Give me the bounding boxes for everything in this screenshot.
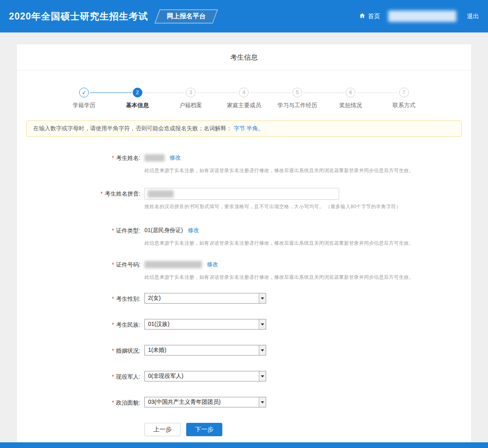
required-asterisk: *	[112, 399, 114, 406]
required-asterisk: *	[101, 190, 103, 197]
name-pinyin-input[interactable]	[144, 188, 339, 200]
step-basic-info[interactable]: 2 基本信息	[111, 88, 164, 109]
platform-badge: 网上报名平台	[155, 9, 218, 24]
required-asterisk: *	[112, 347, 114, 354]
step-circle: 5	[292, 88, 302, 97]
platform-badge-label: 网上报名平台	[167, 12, 206, 21]
name-pinyin-value-redacted	[148, 190, 174, 198]
modify-name-link[interactable]: 修改	[170, 154, 181, 162]
form-buttons: 上一步 下一步	[144, 423, 471, 442]
step-connector	[250, 93, 291, 93]
step-connector	[303, 93, 344, 93]
field-row-id-number: *证件号码: 修改 此信息来源于实名注册，如有误请登录实名注册进行修改，修改后退…	[17, 259, 471, 281]
step-label: 家庭主要成员	[217, 102, 271, 109]
ethnicity-label-wrap: *考生民族:	[17, 319, 140, 330]
dropdown-arrow-icon	[259, 319, 266, 329]
step-connector	[197, 93, 238, 93]
step-contact-info[interactable]: 7 联系方式	[377, 88, 430, 109]
step-connector	[357, 93, 398, 93]
ethnicity-label: 考生民族:	[116, 321, 140, 328]
name-pinyin-label: 考生姓名拼音:	[105, 190, 140, 197]
field-row-candidate-name: *考生姓名: 修改 此信息来源于实名注册，如有误请登录实名注册进行修改，修改后退…	[17, 152, 471, 174]
logout-link[interactable]: 退出	[467, 13, 479, 20]
marital-status-select[interactable]: 1(未婚)	[144, 345, 266, 355]
political-status-label: 政治面貌:	[116, 399, 140, 406]
marital-status-label: 婚姻状况:	[116, 347, 140, 354]
step-circle: 7	[399, 88, 409, 97]
gender-label: 考生性别:	[116, 295, 140, 302]
realname-note: 此信息来源于实名注册，如有误请登录实名注册进行修改，修改后退出系统且关闭浏览器重…	[144, 274, 471, 281]
gender-select-value: 2(女)	[148, 295, 161, 302]
step-household-archive[interactable]: 3 户籍档案	[164, 88, 217, 109]
military-service-select-value: 0(非现役军人)	[148, 373, 183, 380]
modify-id-type-link[interactable]: 修改	[188, 227, 199, 234]
field-row-id-type: *证件类型: 01(居民身份证) 修改 此信息来源于实名注册，如有误请登录实名注…	[17, 225, 471, 247]
field-row-marital-status: *婚姻状况: 1(未婚)	[17, 345, 471, 356]
required-asterisk: *	[112, 295, 114, 302]
marital-status-label-wrap: *婚姻状况:	[17, 345, 140, 356]
dropdown-arrow-icon	[259, 345, 266, 355]
political-status-select-value: 03(中国共产主义青年团团员)	[148, 398, 221, 406]
home-link-label: 首页	[368, 13, 380, 20]
political-status-label-wrap: *政治面貌:	[17, 397, 140, 408]
halfwidth-notice: 在输入数字或字母时，请使用半角字符，否则可能会造成报名失败；名词解释： 字节 半…	[26, 121, 462, 137]
modify-id-number-link[interactable]: 修改	[207, 261, 218, 268]
dropdown-arrow-icon	[259, 371, 266, 381]
candidate-name-label: 考生姓名:	[116, 155, 140, 161]
step-education-record[interactable]: ✓ 学籍学历	[58, 88, 111, 109]
candidate-name-label-wrap: *考生姓名:	[17, 152, 140, 174]
step-label: 学习与工作经历	[271, 102, 324, 109]
id-type-label: 证件类型:	[116, 227, 140, 234]
id-number-label-wrap: *证件号码:	[17, 259, 140, 281]
field-row-name-pinyin: *考生姓名拼音: 按姓名的汉语拼音的书写形式填写，要求顶格写，且不可出现空格，大…	[17, 188, 471, 210]
ethnicity-select-value: 01(汉族)	[148, 321, 170, 328]
military-service-label-wrap: *现役军人:	[17, 371, 140, 382]
user-name-redacted	[388, 11, 456, 22]
byte-glossary-link[interactable]: 字节	[234, 125, 245, 131]
top-header: 2020年全国硕士研究生招生考试 网上报名平台 首页 退出	[0, 0, 488, 32]
app-title: 2020年全国硕士研究生招生考试	[9, 10, 148, 23]
step-circle-check-icon: ✓	[79, 88, 89, 97]
military-service-select[interactable]: 0(非现役军人)	[144, 371, 266, 381]
marital-status-select-value: 1(未婚)	[148, 347, 166, 354]
step-rewards-punishments[interactable]: 6 奖惩情况	[324, 88, 377, 109]
step-connector	[144, 93, 185, 93]
realname-note: 此信息来源于实名注册，如有误请登录实名注册进行修改，修改后退出系统且关闭浏览器重…	[144, 167, 471, 174]
realname-note: 此信息来源于实名注册，如有误请登录实名注册进行修改，修改后退出系统且关闭浏览器重…	[144, 240, 471, 247]
field-row-military-service: *现役军人: 0(非现役军人)	[17, 371, 471, 382]
previous-step-button[interactable]: 上一步	[144, 423, 181, 436]
required-asterisk: *	[112, 373, 114, 380]
required-asterisk: *	[112, 321, 114, 328]
notice-period: 。	[258, 125, 264, 131]
step-label: 奖惩情况	[324, 102, 377, 109]
step-connector	[90, 93, 131, 93]
home-link[interactable]: 首页	[359, 13, 380, 20]
candidate-info-card: 考生信息 ✓ 学籍学历 2 基本信息 3 户籍档案 4 家庭主要成员	[16, 44, 472, 448]
halfwidth-glossary-link[interactable]: 半角	[247, 125, 258, 131]
page: 2020年全国硕士研究生招生考试 网上报名平台 首页 退出 考生信息 ✓ 学籍学…	[0, 0, 488, 448]
step-circle: 3	[186, 88, 196, 97]
step-study-work-experience[interactable]: 5 学习与工作经历	[271, 88, 324, 109]
step-label: 联系方式	[377, 102, 430, 109]
political-status-select[interactable]: 03(中国共产主义青年团团员)	[144, 397, 266, 407]
header-right: 首页 退出	[359, 11, 479, 22]
ethnicity-select[interactable]: 01(汉族)	[144, 319, 266, 330]
id-number-value-redacted	[144, 261, 202, 268]
name-pinyin-help: 按姓名的汉语拼音的书写形式填写，要求顶格写，且不可出现空格，大小写均可。 （最多…	[144, 203, 471, 210]
footer-bar	[0, 442, 488, 448]
page-title: 考生信息	[17, 44, 471, 71]
next-step-button[interactable]: 下一步	[186, 423, 222, 436]
step-label: 学籍学历	[58, 102, 111, 109]
name-pinyin-label-wrap: *考生姓名拼音:	[17, 188, 140, 210]
step-circle: 6	[346, 88, 355, 97]
step-circle: 2	[133, 88, 142, 97]
field-row-gender: *考生性别: 2(女)	[17, 293, 471, 304]
required-asterisk: *	[112, 227, 114, 234]
field-row-ethnicity: *考生民族: 01(汉族)	[17, 319, 471, 330]
step-circle: 4	[239, 88, 249, 97]
gender-select[interactable]: 2(女)	[144, 293, 266, 304]
step-family-members[interactable]: 4 家庭主要成员	[217, 88, 271, 109]
gender-label-wrap: *考生性别:	[17, 293, 140, 304]
military-service-label: 现役军人:	[116, 373, 140, 380]
id-type-label-wrap: *证件类型:	[17, 225, 140, 247]
